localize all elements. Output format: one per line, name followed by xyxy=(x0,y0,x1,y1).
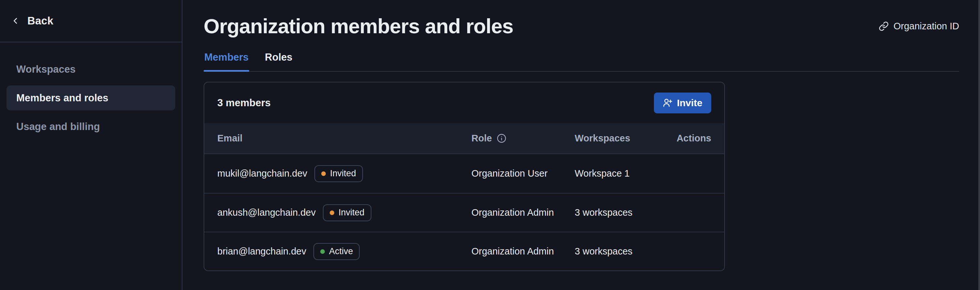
sidebar-item-workspaces[interactable]: Workspaces xyxy=(6,57,175,82)
status-badge: Invited xyxy=(314,165,363,182)
back-label: Back xyxy=(27,15,53,27)
member-email: mukil@langchain.dev xyxy=(217,168,307,179)
table-header-row: Email Role Workspaces Actions xyxy=(204,123,724,154)
column-header-workspaces: Workspaces xyxy=(575,133,677,144)
back-button[interactable]: Back xyxy=(0,0,182,42)
member-workspaces: Workspace 1 xyxy=(575,168,711,179)
column-header-role: Role xyxy=(471,133,575,144)
column-header-email: Email xyxy=(217,133,471,144)
status-dot xyxy=(320,249,325,254)
status-badge: Invited xyxy=(323,204,371,221)
status-dot xyxy=(321,171,326,176)
tabs: Members Roles xyxy=(204,51,959,72)
tab-members[interactable]: Members xyxy=(204,51,249,71)
member-email: brian@langchain.dev xyxy=(217,246,306,257)
sidebar-nav: Workspaces Members and roles Usage and b… xyxy=(0,42,182,143)
status-label: Invited xyxy=(339,207,364,218)
tab-roles[interactable]: Roles xyxy=(264,51,293,71)
member-role: Organization Admin xyxy=(471,207,575,218)
member-count: 3 members xyxy=(217,97,271,109)
members-card-header: 3 members Invite xyxy=(204,83,724,123)
sidebar-item-label: Members and roles xyxy=(16,92,108,104)
sidebar: Back Workspaces Members and roles Usage … xyxy=(0,0,183,290)
page-title: Organization members and roles xyxy=(204,14,513,38)
invite-label: Invite xyxy=(677,97,702,108)
member-workspaces: 3 workspaces xyxy=(575,246,711,257)
status-dot xyxy=(330,210,334,215)
member-workspaces: 3 workspaces xyxy=(575,207,711,218)
main-content: Organization members and roles Organizat… xyxy=(183,0,980,290)
email-cell: ankush@langchain.dev Invited xyxy=(217,204,471,221)
info-icon[interactable] xyxy=(496,133,507,143)
member-role: Organization User xyxy=(471,168,575,179)
org-id-label: Organization ID xyxy=(894,21,959,32)
email-cell: mukil@langchain.dev Invited xyxy=(217,165,471,182)
page-header: Organization members and roles Organizat… xyxy=(204,14,959,38)
email-cell: brian@langchain.dev Active xyxy=(217,243,471,260)
member-email: ankush@langchain.dev xyxy=(217,207,316,218)
members-card: 3 members Invite Email Role Workspaces A… xyxy=(204,82,725,271)
table-row: mukil@langchain.dev Invited Organization… xyxy=(204,154,724,193)
column-header-role-label: Role xyxy=(471,133,492,144)
org-id-link[interactable]: Organization ID xyxy=(879,21,959,32)
status-label: Invited xyxy=(330,169,356,178)
status-badge: Active xyxy=(313,243,360,260)
member-role: Organization Admin xyxy=(471,246,575,257)
column-header-actions: Actions xyxy=(677,133,711,144)
table-row: ankush@langchain.dev Invited Organizatio… xyxy=(204,193,724,232)
scrollbar[interactable] xyxy=(978,0,980,290)
invite-button[interactable]: Invite xyxy=(654,92,711,113)
sidebar-item-usage-and-billing[interactable]: Usage and billing xyxy=(6,114,175,139)
sidebar-item-members-and-roles[interactable]: Members and roles xyxy=(6,85,175,110)
chevron-left-icon xyxy=(10,16,20,26)
link-icon xyxy=(879,21,889,31)
sidebar-item-label: Usage and billing xyxy=(16,121,100,132)
sidebar-item-label: Workspaces xyxy=(16,64,76,75)
user-plus-icon xyxy=(663,98,673,108)
table-row: brian@langchain.dev Active Organization … xyxy=(204,232,724,271)
status-label: Active xyxy=(329,246,353,257)
